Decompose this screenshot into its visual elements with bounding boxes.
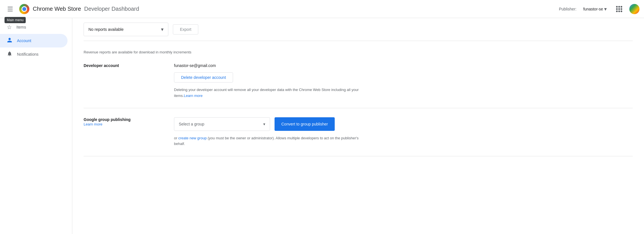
sub-name: Developer Dashboard [82, 6, 139, 12]
group-publishing-content: Select a group ▾ Convert to group publis… [174, 117, 633, 147]
group-controls: Select a group ▾ Convert to group publis… [174, 117, 633, 131]
developer-email: funastor-se@gmail.com [174, 63, 633, 68]
app-body: ☆ Items Account Notifications No reports… [0, 18, 644, 234]
app-header: Main menu Chrome Web Store Developer Das… [0, 0, 644, 18]
menu-tooltip: Main menu [5, 17, 26, 23]
apps-icon[interactable] [613, 3, 625, 15]
developer-account-content: funastor-se@gmail.com Delete developer a… [174, 63, 633, 99]
main-content: No reports available ▾ Export Revenue re… [72, 18, 644, 234]
publisher-name: funastor-se [583, 7, 603, 11]
publisher-label: Publisher: [559, 7, 576, 11]
reports-dropdown-value: No reports available [88, 27, 124, 32]
sidebar: ☆ Items Account Notifications [0, 18, 72, 234]
export-button[interactable]: Export [173, 24, 198, 34]
sidebar-item-account[interactable]: Account [0, 34, 68, 47]
developer-account-label: Developer account [84, 63, 163, 68]
group-publishing-label-col: Google group publishing Learn more [84, 117, 163, 147]
group-select-placeholder: Select a group [179, 122, 204, 126]
convert-to-group-publisher-button[interactable]: Convert to group publisher [275, 117, 335, 131]
group-select-arrow: ▾ [263, 122, 265, 126]
developer-account-section: Developer account funastor-se@gmail.com … [84, 54, 633, 108]
header-right: Publisher: funastor-se ▾ [559, 3, 639, 15]
publisher-dropdown-icon: ▾ [604, 6, 607, 12]
developer-account-label-col: Developer account [84, 63, 163, 99]
create-new-group-link[interactable]: create new group [178, 136, 206, 140]
notifications-icon [7, 51, 12, 58]
app-name: Chrome Web Store [33, 6, 81, 12]
group-select-dropdown[interactable]: Select a group ▾ [174, 117, 270, 131]
group-publishing-section: Google group publishing Learn more Selec… [84, 108, 633, 157]
items-icon: ☆ [7, 24, 12, 31]
header-left: Main menu Chrome Web Store Developer Das… [5, 3, 559, 15]
group-publishing-learn-more-link[interactable]: Learn more [84, 122, 102, 126]
header-title: Chrome Web Store Developer Dashboard [33, 6, 139, 12]
avatar[interactable] [629, 4, 639, 14]
reports-note: Revenue reports are available for downlo… [84, 50, 633, 54]
developer-account-note: Deleting your developer account will rem… [174, 87, 366, 99]
sidebar-item-notifications[interactable]: Notifications [0, 47, 68, 61]
grid-dots [616, 6, 622, 12]
main-menu-button[interactable]: Main menu [5, 3, 16, 15]
group-publishing-note: or create new group (you must be the own… [174, 135, 366, 147]
account-icon [7, 37, 12, 44]
delete-developer-account-button[interactable]: Delete developer account [174, 72, 233, 83]
reports-bar: No reports available ▾ Export [84, 18, 633, 41]
hamburger-icon [8, 7, 13, 11]
developer-account-learn-more-link[interactable]: Learn more [184, 94, 203, 98]
reports-dropdown-arrow: ▾ [161, 26, 164, 32]
group-publishing-label: Google group publishing [84, 117, 163, 122]
chrome-logo [19, 4, 29, 14]
reports-dropdown[interactable]: No reports available ▾ [84, 23, 168, 36]
publisher-selector[interactable]: funastor-se ▾ [581, 4, 609, 14]
